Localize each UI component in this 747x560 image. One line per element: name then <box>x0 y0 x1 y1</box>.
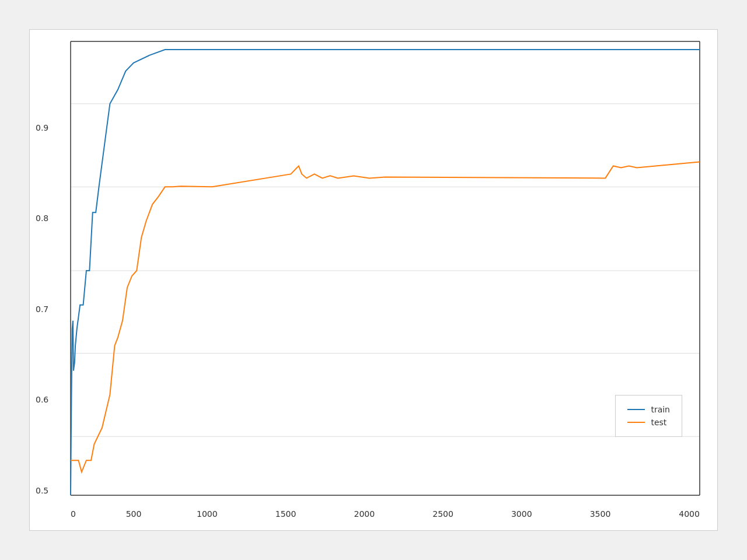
legend-line-test <box>627 422 645 423</box>
y-label-06: 0.6 <box>36 395 48 404</box>
x-label-0: 0 <box>71 509 76 519</box>
y-axis-labels: 0.9 0.8 0.7 0.6 0.5 <box>36 41 48 495</box>
legend-label-test: test <box>651 418 666 427</box>
y-label-08: 0.8 <box>36 214 48 223</box>
legend-item-train: train <box>627 405 670 414</box>
legend-item-test: test <box>627 418 670 427</box>
x-label-3500: 3500 <box>590 509 611 519</box>
x-label-500: 500 <box>126 509 142 519</box>
y-label-09: 0.9 <box>36 123 48 132</box>
test-line <box>71 162 700 472</box>
x-label-3000: 3000 <box>511 509 532 519</box>
x-label-2000: 2000 <box>354 509 375 519</box>
legend-box: train test <box>615 395 682 437</box>
chart-container: 0.9 0.8 0.7 0.6 0.5 <box>29 29 718 531</box>
chart-area: 0.9 0.8 0.7 0.6 0.5 <box>71 41 700 495</box>
train-line <box>71 50 700 495</box>
x-label-1500: 1500 <box>275 509 296 519</box>
x-label-2500: 2500 <box>432 509 453 519</box>
y-label-07: 0.7 <box>36 304 48 314</box>
x-label-1000: 1000 <box>197 509 218 519</box>
x-axis-labels: 0 500 1000 1500 2000 2500 3000 3500 4000 <box>71 509 700 519</box>
x-label-4000: 4000 <box>679 509 700 519</box>
legend-label-train: train <box>651 405 670 414</box>
chart-svg <box>71 41 700 495</box>
legend-line-train <box>627 409 645 410</box>
y-label-05: 0.5 <box>36 486 48 495</box>
